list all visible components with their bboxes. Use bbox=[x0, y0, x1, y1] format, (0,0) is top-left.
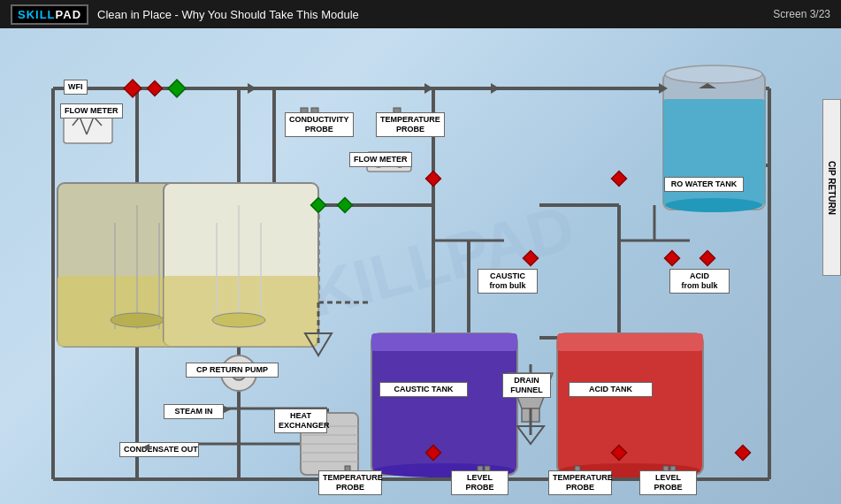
conductivity-probe-label: CONDUCTIVITY PROBE bbox=[285, 112, 354, 137]
flow-meter-1-label: FLOW METER bbox=[60, 103, 123, 118]
caustic-tank-label: CAUSTIC TANK bbox=[379, 382, 468, 397]
wfi-label: WFI bbox=[64, 80, 88, 95]
page-title: Clean in Place - Why You Should Take Thi… bbox=[97, 8, 359, 21]
temperature-probe-1-label: TEMPERATURE PROBE bbox=[376, 112, 445, 137]
acid-tank-label: ACID TANK bbox=[569, 382, 653, 397]
level-probe-2-label: LEVEL PROBE bbox=[639, 470, 697, 495]
svg-rect-67 bbox=[168, 80, 186, 97]
heat-exchanger-label: HEAT EXCHANGER bbox=[274, 409, 327, 433]
ro-water-tank-label: RO WATER TANK bbox=[664, 177, 744, 192]
level-probe-1-label: LEVEL PROBE bbox=[451, 470, 508, 495]
diagram-svg bbox=[0, 28, 841, 504]
svg-rect-49 bbox=[557, 333, 703, 351]
svg-rect-45 bbox=[371, 333, 517, 475]
svg-marker-68 bbox=[248, 83, 256, 94]
screen-number: Screen 3/23 bbox=[773, 8, 830, 20]
topbar: SKILLPAD Clean in Place - Why You Should… bbox=[0, 0, 841, 28]
svg-point-53 bbox=[665, 198, 762, 212]
temperature-probe-3-label: TEMPERATURE PROBE bbox=[548, 470, 612, 495]
cip-return-label: CIP RETURN bbox=[822, 99, 841, 276]
acid-from-bulk-label: ACID from bulk bbox=[669, 269, 730, 294]
svg-rect-70 bbox=[426, 172, 441, 187]
svg-point-44 bbox=[212, 313, 265, 327]
logo-skill: SKILL bbox=[18, 8, 56, 21]
svg-rect-40 bbox=[164, 276, 318, 347]
svg-rect-48 bbox=[557, 333, 703, 475]
condensate-arrow: ◄ bbox=[140, 439, 152, 454]
steam-in-label: STEAM IN bbox=[164, 404, 224, 419]
temperature-probe-2-label: TEMPERATURE PROBE bbox=[318, 470, 382, 495]
caustic-from-bulk-label: CAUSTIC from bulk bbox=[478, 269, 538, 294]
logo: SKILLPAD bbox=[11, 4, 88, 25]
condensate-out-label: CONDENSATE OUT bbox=[119, 442, 199, 457]
svg-marker-80 bbox=[491, 83, 500, 94]
diagram: SKILLPAD bbox=[0, 28, 841, 504]
svg-rect-66 bbox=[148, 81, 163, 96]
drain-funnel-label: DRAIN FUNNEL bbox=[502, 373, 551, 398]
flow-meter-2-label: FLOW METER bbox=[349, 152, 412, 167]
svg-rect-79 bbox=[700, 251, 715, 266]
svg-rect-46 bbox=[371, 333, 517, 351]
steam-arrow: ► bbox=[221, 401, 233, 416]
cp-return-pump-label: CP RETURN PUMP bbox=[186, 363, 279, 378]
logo-pad: PAD bbox=[56, 8, 81, 21]
svg-point-38 bbox=[111, 313, 164, 327]
svg-rect-75 bbox=[665, 251, 680, 266]
topbar-left: SKILLPAD Clean in Place - Why You Should… bbox=[11, 4, 359, 25]
svg-rect-78 bbox=[736, 446, 751, 461]
svg-rect-71 bbox=[612, 172, 627, 187]
svg-rect-73 bbox=[338, 198, 353, 213]
svg-rect-74 bbox=[524, 251, 539, 266]
svg-point-54 bbox=[665, 65, 762, 83]
